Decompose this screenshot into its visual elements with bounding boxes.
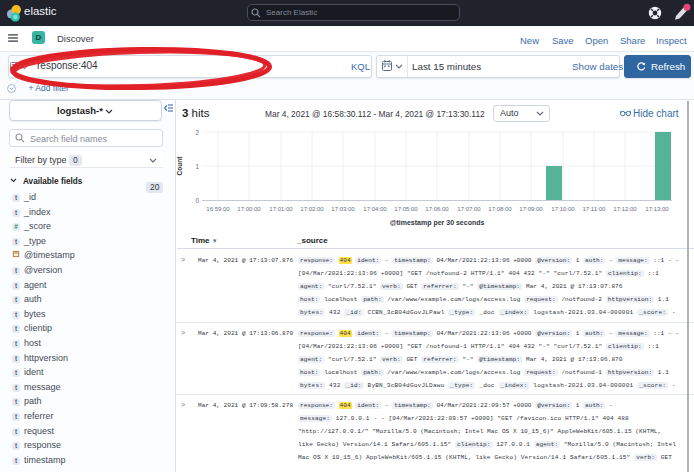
svg-text:16:59:00: 16:59:00 [206, 206, 230, 212]
svg-text:17:07:00: 17:07:00 [457, 206, 481, 212]
svg-text:17:13:00: 17:13:00 [645, 206, 669, 212]
svg-text:17:01:00: 17:01:00 [269, 206, 293, 212]
svg-text:17:09:00: 17:09:00 [519, 206, 543, 212]
svg-text:17:12:00: 17:12:00 [613, 206, 637, 212]
svg-text:Count: Count [176, 156, 183, 176]
svg-text:17:10:00: 17:10:00 [551, 206, 575, 212]
svg-text:1: 1 [195, 163, 199, 170]
svg-text:17:00:00: 17:00:00 [237, 206, 261, 212]
svg-text:0: 0 [195, 197, 199, 204]
svg-text:2: 2 [195, 129, 199, 136]
svg-text:17:11:00: 17:11:00 [583, 206, 607, 212]
svg-text:17:08:00: 17:08:00 [488, 206, 512, 212]
svg-text:@timestamp per 30 seconds: @timestamp per 30 seconds [390, 219, 485, 227]
svg-text:17:02:00: 17:02:00 [300, 206, 324, 212]
svg-text:17:06:00: 17:06:00 [425, 206, 449, 212]
svg-text:17:03:00: 17:03:00 [331, 206, 355, 212]
svg-text:17:05:00: 17:05:00 [394, 206, 418, 212]
svg-text:17:04:00: 17:04:00 [363, 206, 387, 212]
